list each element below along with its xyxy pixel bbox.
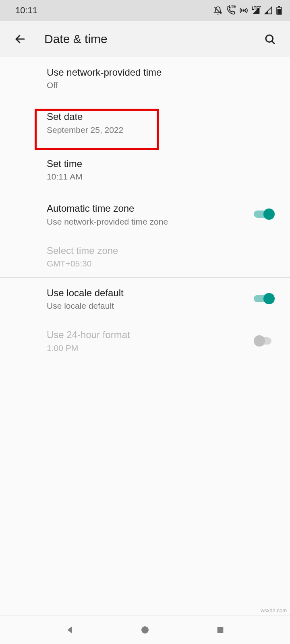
pref-subtitle: 10:11 AM [47, 172, 276, 182]
svg-line-7 [272, 41, 274, 43]
nav-back-button[interactable] [58, 618, 82, 642]
pref-set-time[interactable]: Set time 10:11 AM [0, 146, 290, 193]
switch-locale-default[interactable] [254, 293, 275, 305]
battery-icon [276, 6, 282, 15]
dnd-icon [213, 6, 222, 15]
pref-select-timezone: Select time zone GMT+05:30 [0, 235, 290, 277]
pref-subtitle: GMT+05:30 [47, 259, 276, 268]
app-bar: Date & time [0, 21, 290, 57]
pref-locale-default[interactable]: Use locale default Use locale default [0, 278, 290, 320]
search-button[interactable] [262, 33, 278, 45]
pref-title: Automatic time zone [47, 202, 254, 215]
svg-rect-4 [278, 9, 281, 14]
pref-subtitle: Off [47, 80, 276, 90]
nav-recent-icon [216, 625, 225, 634]
pref-set-date[interactable]: Set date September 25, 2022 [0, 99, 290, 146]
nav-home-icon [140, 625, 150, 635]
status-icons: LTE LTE+ [213, 6, 282, 15]
svg-rect-9 [217, 627, 223, 633]
status-time: 10:11 [15, 5, 37, 16]
pref-subtitle: Use locale default [47, 301, 254, 311]
pref-subtitle: Use network-provided time zone [47, 217, 254, 227]
back-button[interactable] [12, 33, 28, 45]
volte-icon: LTE [226, 6, 235, 15]
svg-rect-3 [278, 6, 280, 7]
pref-subtitle: September 25, 2022 [47, 125, 276, 135]
signal-lte-icon: LTE+ [252, 6, 260, 14]
nav-back-icon [64, 625, 75, 635]
pref-network-time[interactable]: Use network-provided time Off [0, 57, 290, 99]
search-icon [264, 33, 276, 45]
arrow-back-icon [14, 33, 26, 45]
pref-24hour: Use 24-hour format 1:00 PM [0, 320, 290, 361]
settings-list: Use network-provided time Off Set date S… [0, 57, 290, 362]
nav-recent-button[interactable] [208, 618, 232, 642]
pref-subtitle: 1:00 PM [47, 343, 254, 353]
signal-icon [264, 6, 272, 14]
switch-auto-timezone[interactable] [254, 208, 275, 220]
hotspot-icon [239, 6, 248, 15]
pref-auto-timezone[interactable]: Automatic time zone Use network-provided… [0, 193, 290, 235]
pref-title: Use 24-hour format [47, 328, 254, 341]
pref-title: Use locale default [47, 287, 254, 299]
switch-24hour [254, 335, 275, 347]
pref-title: Set time [47, 157, 276, 170]
pref-title: Select time zone [47, 244, 276, 257]
pref-title: Set date [47, 110, 276, 123]
watermark: wsxdn.com [261, 607, 287, 613]
nav-home-button[interactable] [133, 618, 157, 642]
status-bar: 10:11 LTE LTE+ [0, 0, 290, 21]
svg-point-1 [243, 10, 244, 11]
pref-title: Use network-provided time [47, 66, 276, 79]
svg-point-8 [141, 626, 149, 634]
navigation-bar [0, 615, 290, 644]
page-title: Date & time [44, 32, 262, 46]
